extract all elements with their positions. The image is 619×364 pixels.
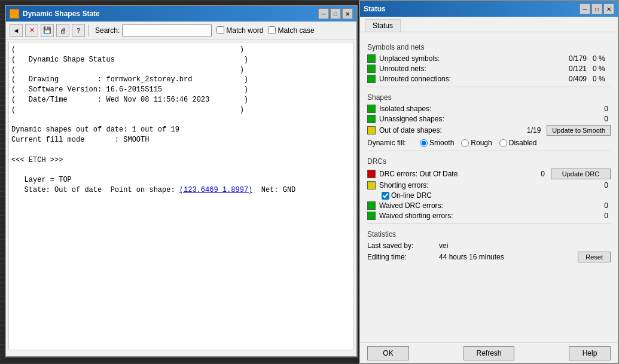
refresh-button[interactable]: Refresh [464, 346, 514, 360]
last-saved-row: Last saved by: vei [367, 241, 611, 250]
rough-radio[interactable] [461, 139, 469, 147]
isolated-shapes-label: Isolated shapes: [379, 105, 575, 113]
content-line: Dynamic shapes out of date: 1 out of 19 [11, 126, 179, 134]
shapes-minimize-button[interactable]: ─ [318, 8, 329, 19]
shapes-window-title: Dynamic Shapes State [23, 10, 100, 18]
shapes-maximize-button[interactable]: □ [330, 8, 341, 19]
unassigned-shapes-value: 0 [578, 115, 608, 123]
dynamic-fill-options: Smooth Rough Disabled [420, 139, 536, 147]
content-line: ( ) [11, 45, 244, 54]
disabled-radio[interactable] [499, 139, 507, 147]
out-of-date-shapes-row: Out of date shapes: 1/19 Update to Smoot… [367, 125, 611, 136]
shorting-errors-indicator [367, 181, 376, 189]
drc-errors-row: DRC errors: Out Of Date 0 Update DRC [367, 169, 611, 179]
match-case-checkbox-container[interactable]: Match case [268, 26, 314, 35]
shapes-title-bar: Dynamic Shapes State ─ □ ✕ [6, 6, 356, 22]
unrouted-nets-label: Unrouted nets: [379, 65, 553, 73]
match-word-label: Match word [226, 26, 263, 35]
delete-button[interactable]: ✕ [25, 24, 38, 37]
shorting-errors-row: Shorting errors: 0 [367, 181, 611, 189]
status-footer: OK Refresh Help [360, 342, 618, 363]
unrouted-connections-value: 0/409 [557, 75, 587, 83]
online-drc-checkbox-container[interactable]: On-line DRC [382, 191, 432, 200]
content-line: ( ) [11, 106, 244, 114]
rough-radio-item[interactable]: Rough [461, 139, 492, 147]
dynamic-shapes-window: Dynamic Shapes State ─ □ ✕ ◄ ✕ 💾 🖨 ? Sea… [5, 5, 358, 357]
shorting-errors-label: Shorting errors: [379, 181, 575, 189]
unrouted-connections-label: Unrouted connections: [379, 75, 553, 83]
shapes-toolbar: ◄ ✕ 💾 🖨 ? Search: Match word Match case [6, 22, 356, 39]
waived-shorting-indicator [367, 212, 376, 220]
isolated-shapes-value: 0 [578, 105, 608, 113]
symbols-nets-section-title: Symbols and nets [367, 43, 611, 51]
status-close-button[interactable]: ✕ [603, 4, 614, 14]
last-saved-label: Last saved by: [367, 241, 439, 250]
content-line: ( Dynamic Shape Status ) [11, 56, 248, 64]
unplaced-symbols-value: 0/179 [557, 54, 587, 63]
online-drc-row: On-line DRC [379, 191, 611, 200]
reset-button[interactable]: Reset [578, 252, 611, 262]
smooth-radio[interactable] [420, 139, 428, 147]
content-line: ( Software Version: 16.6-2015S115 ) [11, 85, 248, 94]
disabled-radio-item[interactable]: Disabled [499, 139, 537, 147]
unrouted-connections-pct: 0 % [593, 75, 611, 83]
update-to-smooth-button[interactable]: Update to Smooth [547, 125, 611, 136]
coordinate-link[interactable]: (123.6469 1.8997) [179, 186, 252, 194]
search-input[interactable] [122, 25, 212, 36]
unrouted-nets-value: 0/121 [557, 65, 587, 73]
match-case-checkbox[interactable] [268, 26, 276, 34]
unplaced-symbols-row: Unplaced symbols: 0/179 0 % [367, 54, 611, 63]
isolated-shapes-row: Isolated shapes: 0 [367, 105, 611, 113]
unrouted-nets-indicator [367, 65, 376, 73]
search-label: Search: [95, 26, 120, 35]
unassigned-shapes-label: Unassigned shapes: [379, 115, 575, 123]
waived-shorting-row: Waived shorting errors: 0 [367, 212, 611, 220]
waived-drc-indicator [367, 201, 376, 210]
content-line: <<< ETCH >>> [11, 156, 63, 164]
content-line: Current fill mode : SMOOTH [11, 136, 149, 144]
content-line: Layer = TOP [11, 176, 72, 184]
status-content: Symbols and nets Unplaced symbols: 0/179… [360, 32, 618, 360]
save-button[interactable]: 💾 [41, 24, 54, 37]
out-of-date-indicator [367, 126, 376, 134]
shapes-close-button[interactable]: ✕ [342, 8, 353, 19]
statistics-section-title: Statistics [367, 230, 611, 238]
drc-errors-label: DRC errors: Out Of Date [379, 170, 511, 178]
toolbar-separator [89, 25, 89, 36]
editing-time-label: Editing time: [367, 253, 439, 261]
editing-time-value: 44 hours 16 minutes [439, 253, 578, 261]
content-line: ( Drawing : formwork_2storey.brd ) [11, 75, 248, 84]
status-window-title: Status [364, 5, 386, 13]
status-minimize-button[interactable]: ─ [580, 4, 590, 14]
help-button[interactable]: ? [72, 24, 85, 37]
update-drc-button[interactable]: Update DRC [551, 169, 611, 179]
help-button[interactable]: Help [569, 346, 611, 360]
match-case-label: Match case [278, 26, 314, 35]
print-button[interactable]: 🖨 [56, 24, 69, 37]
drc-errors-indicator [367, 170, 376, 178]
match-word-checkbox[interactable] [217, 26, 224, 34]
shapes-window-icon [10, 9, 19, 19]
disabled-label: Disabled [509, 139, 537, 147]
content-text-block: ( ) ( Dynamic Shape Status ) ( ) ( Drawi… [11, 45, 351, 195]
online-drc-label: On-line DRC [391, 191, 432, 200]
match-word-checkbox-container[interactable]: Match word [217, 26, 263, 35]
content-line: ( ) [11, 66, 244, 74]
online-drc-checkbox[interactable] [382, 192, 389, 200]
waived-drc-errors-value: 0 [578, 201, 608, 210]
editing-time-row: Editing time: 44 hours 16 minutes Reset [367, 252, 611, 262]
isolated-shapes-indicator [367, 105, 376, 113]
ok-button[interactable]: OK [367, 346, 409, 360]
status-window: Status ─ □ ✕ Status Symbols and nets Unp… [359, 0, 619, 364]
status-tab[interactable]: Status [365, 19, 401, 32]
content-line: ( Date/Time : Wed Nov 08 11:56:46 2023 ) [11, 96, 248, 104]
drcs-section-title: DRCs [367, 157, 611, 166]
shapes-section-title: Shapes [367, 93, 611, 102]
waived-drc-errors-label: Waived DRC errors: [379, 201, 575, 210]
back-button[interactable]: ◄ [10, 24, 23, 37]
unplaced-symbols-indicator [367, 54, 376, 63]
dynamic-fill-label: Dynamic fill: [367, 139, 415, 147]
status-maximize-button[interactable]: □ [591, 4, 602, 14]
smooth-radio-item[interactable]: Smooth [420, 139, 454, 147]
unrouted-connections-row: Unrouted connections: 0/409 0 % [367, 75, 611, 83]
